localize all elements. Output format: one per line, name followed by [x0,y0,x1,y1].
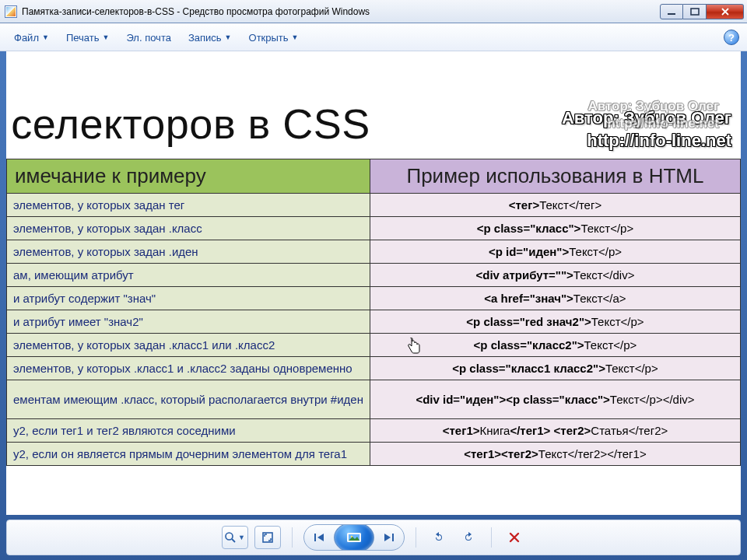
menu-file-label: Файл [14,32,39,44]
separator [292,527,293,548]
note-cell: у2, если тег1 и тег2 являются соседними [7,419,370,443]
separator [416,527,416,548]
help-button[interactable]: ? [724,30,739,45]
menu-open[interactable]: Открыть▼ [243,29,305,47]
chevron-down-icon: ▼ [42,33,49,41]
zoom-button[interactable]: ▼ [222,526,248,549]
rotate-cw-button[interactable] [457,527,480,548]
menu-email[interactable]: Эл. почта [120,29,177,47]
delete-button[interactable] [503,527,526,548]
note-cell: элементов, у которых задан .иден [7,240,370,264]
note-cell: и атрибут содержит "знач" [7,287,370,310]
document-heading: и селекторов в CSS [6,100,370,148]
note-cell: ементам имеющим .класс, который располаг… [7,380,370,419]
svg-rect-9 [392,534,394,541]
note-cell: элементов, у которых задан .класс [7,217,370,240]
menu-open-label: Открыть [249,32,289,44]
note-cell: у2, если он является прямым дочерним эле… [7,443,370,466]
note-cell: и атрибут имеет "знач2" [7,310,370,334]
next-button[interactable] [373,525,404,550]
photo-viewport[interactable]: и селекторов в CSS Автор: Зубцов Олег ht… [6,51,741,515]
svg-rect-0 [668,13,675,15]
maximize-button[interactable] [683,4,707,19]
menu-burn[interactable]: Запись▼ [182,29,238,47]
note-cell: элементов, у которых .класс1 и .класс2 з… [7,357,370,380]
credit-watermark: Автор: Зубцов Олег http://info-line.net [588,98,719,512]
titlebar: Памятка-записи-селекторов-в-CSS - Средст… [0,0,747,23]
close-button[interactable] [707,4,744,19]
separator [491,527,492,548]
svg-line-3 [232,539,235,542]
note-cell: элементов, у которых задан .класс1 или .… [7,334,370,357]
menu-print-label: Печать [66,32,100,44]
minimize-button[interactable] [660,4,683,19]
menu-burn-label: Запись [188,32,222,44]
chevron-down-icon: ▼ [292,33,299,41]
menubar: Файл▼ Печать▼ Эл. почта Запись▼ Открыть▼… [0,23,747,51]
chevron-down-icon: ▼ [238,534,245,541]
svg-rect-1 [691,9,699,15]
note-column-header: имечание к примеру [7,159,370,194]
app-icon [5,5,17,18]
app-window: Памятка-записи-селекторов-в-CSS - Средст… [0,0,747,560]
chevron-down-icon: ▼ [102,33,109,41]
svg-point-2 [226,533,233,540]
fit-button[interactable] [254,526,281,549]
note-cell: ам, имеющим атрибут [7,264,370,287]
window-controls [660,4,744,19]
navigation-pill [303,524,405,551]
menu-email-label: Эл. почта [126,32,171,44]
note-cell: элементов, у которых задан тег [7,194,370,217]
window-title: Памятка-записи-селекторов-в-CSS - Средст… [22,6,660,17]
viewer-controls: ▼ [6,520,741,555]
menu-print[interactable]: Печать▼ [60,29,116,47]
svg-rect-4 [263,533,272,542]
slideshow-button[interactable] [334,524,374,551]
svg-rect-5 [314,534,316,541]
menu-file[interactable]: Файл▼ [8,29,55,47]
rotate-ccw-button[interactable] [427,527,451,548]
previous-button[interactable] [304,525,335,550]
chevron-down-icon: ▼ [225,33,232,41]
